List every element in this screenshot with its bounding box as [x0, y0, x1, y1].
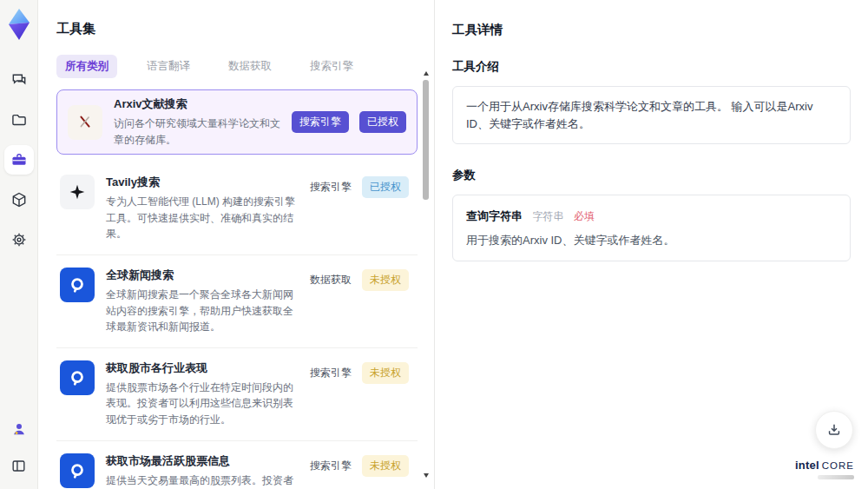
parameter-required-flag: 必填	[574, 210, 595, 222]
tab-translation[interactable]: 语言翻译	[138, 55, 199, 78]
intro-heading: 工具介绍	[452, 59, 851, 75]
parameter-header: 查询字符串 字符串 必填	[466, 208, 837, 224]
scrollbar-up-arrow[interactable]	[424, 71, 429, 76]
tool-name: 获取市场最活跃股票信息	[106, 453, 299, 469]
download-icon	[825, 421, 843, 439]
tool-card[interactable]: 获取股市各行业表现提供股票市场各个行业在特定时间段内的表现。投资者可以利用这些信…	[56, 348, 418, 441]
tool-category-badge: 数据获取	[310, 269, 352, 291]
tool-detail-panel: 工具详情 工具介绍 一个用于从Arxiv存储库搜索科学论文和文章的工具。 输入可…	[434, 0, 868, 489]
tool-card-body: 获取股市各行业表现提供股票市场各个行业在特定时间段内的表现。投资者可以利用这些信…	[106, 360, 299, 428]
tool-description: 提供当天交易量最高的股票列表。投资者可以利用这些信息来识别流动性强的股票和潜在的…	[106, 472, 299, 489]
tab-data-fetch[interactable]: 数据获取	[220, 55, 280, 78]
tool-badges: 搜索引擎未授权	[310, 453, 409, 477]
tool-description: 提供股票市场各个行业在特定时间段内的表现。投资者可以利用这些信息来识别表现优于或…	[106, 380, 299, 428]
tool-auth-badge: 已授权	[359, 111, 406, 133]
app-logo-icon[interactable]	[6, 8, 32, 41]
tool-auth-badge: 未授权	[362, 362, 409, 384]
tool-category-badge: 搜索引擎	[310, 455, 352, 477]
qblue-icon	[60, 453, 95, 488]
parameter-name: 查询字符串	[466, 209, 523, 222]
tool-card[interactable]: 获取市场最活跃股票信息提供当天交易量最高的股票列表。投资者可以利用这些信息来识别…	[56, 441, 418, 489]
parameter-description: 用于搜索的Arxiv ID、关键字或作者姓名。	[466, 233, 837, 248]
tool-card-body: 获取市场最活跃股票信息提供当天交易量最高的股票列表。投资者可以利用这些信息来识别…	[106, 453, 299, 489]
tools-panel: 工具集 所有类别 语言翻译 数据获取 搜索引擎 Arxiv文献搜索访问各个研究领…	[38, 0, 434, 489]
tool-badges: 数据获取未授权	[310, 268, 409, 291]
intel-core-logo: intelCORE	[795, 458, 854, 479]
tool-badges: 搜索引擎未授权	[310, 360, 409, 384]
tool-list: Arxiv文献搜索访问各个研究领域大量科学论文和文章的存储库。搜索引擎已授权Ta…	[56, 89, 418, 489]
parameter-type: 字符串	[532, 210, 563, 222]
tool-badges: 搜索引擎已授权	[292, 111, 406, 133]
packages-nav-button[interactable]	[4, 185, 34, 215]
tool-name: 全球新闻搜索	[106, 268, 299, 283]
tool-description: 专为人工智能代理 (LLM) 构建的搜索引擎工具。可快速提供实时、准确和真实的结…	[106, 194, 299, 242]
tab-search-engine[interactable]: 搜索引擎	[301, 55, 362, 78]
tool-description: 全球新闻搜索是一个聚合全球各大新闻网站内容的搜索引擎，帮助用户快速获取全球最新资…	[106, 287, 299, 335]
tavily-icon	[60, 175, 95, 209]
tool-auth-badge: 已授权	[362, 176, 409, 198]
tool-category-badge: 搜索引擎	[292, 111, 349, 133]
list-scrollbar[interactable]	[423, 71, 430, 478]
tool-description: 访问各个研究领域大量科学论文和文章的存储库。	[114, 116, 280, 148]
tool-card-body: Arxiv文献搜索访问各个研究领域大量科学论文和文章的存储库。	[114, 96, 280, 148]
cube-icon	[10, 191, 28, 208]
tool-name: Arxiv文献搜索	[114, 96, 280, 112]
qblue-icon	[60, 360, 95, 395]
chat-nav-button[interactable]	[4, 65, 34, 95]
user-profile-button[interactable]	[4, 414, 34, 444]
tool-card[interactable]: Arxiv文献搜索访问各个研究领域大量科学论文和文章的存储库。搜索引擎已授权	[56, 89, 418, 155]
tool-auth-badge: 未授权	[362, 269, 409, 291]
collapse-panel-button[interactable]	[4, 451, 34, 480]
category-tabs: 所有类别 语言翻译 数据获取 搜索引擎	[56, 55, 434, 78]
files-nav-button[interactable]	[4, 105, 34, 135]
tool-badges: 搜索引擎已授权	[310, 175, 409, 198]
page-title: 工具集	[56, 21, 434, 37]
tool-name: Tavily搜索	[106, 175, 299, 190]
download-button[interactable]	[815, 411, 853, 449]
tool-category-badge: 搜索引擎	[310, 176, 352, 198]
arxiv-icon	[68, 105, 102, 140]
sidebar-bottom	[0, 414, 37, 480]
tool-card[interactable]: Tavily搜索专为人工智能代理 (LLM) 构建的搜索引擎工具。可快速提供实时…	[56, 162, 418, 255]
tool-card[interactable]: 全球新闻搜索全球新闻搜索是一个聚合全球各大新闻网站内容的搜索引擎，帮助用户快速获…	[56, 255, 418, 348]
intel-wordmark: intel	[795, 459, 819, 472]
app-window: 工具集 所有类别 语言翻译 数据获取 搜索引擎 Arxiv文献搜索访问各个研究领…	[0, 0, 868, 489]
briefcase-icon	[10, 151, 28, 169]
tab-all-categories[interactable]: 所有类别	[56, 55, 117, 78]
qblue-icon	[60, 268, 95, 302]
detail-title: 工具详情	[452, 22, 851, 38]
params-heading: 参数	[452, 168, 851, 183]
tool-auth-badge: 未授权	[362, 455, 409, 477]
parameter-box: 查询字符串 字符串 必填 用于搜索的Arxiv ID、关键字或作者姓名。	[452, 195, 851, 261]
scrollbar-down-arrow[interactable]	[424, 473, 429, 478]
gear-icon	[10, 231, 28, 248]
tools-nav-button[interactable]	[4, 145, 34, 175]
folder-icon	[10, 111, 28, 129]
tool-card-body: 全球新闻搜索全球新闻搜索是一个聚合全球各大新闻网站内容的搜索引擎，帮助用户快速获…	[106, 268, 299, 335]
settings-nav-button[interactable]	[4, 225, 34, 254]
tool-intro-box: 一个用于从Arxiv存储库搜索科学论文和文章的工具。 输入可以是Arxiv ID…	[452, 86, 851, 144]
panel-layout-icon	[10, 458, 27, 474]
user-icon	[10, 420, 28, 438]
tool-name: 获取股市各行业表现	[106, 360, 299, 376]
chat-icon	[10, 71, 28, 89]
core-wordmark: CORE	[822, 460, 854, 471]
sidebar	[0, 0, 38, 489]
scrollbar-thumb[interactable]	[423, 80, 429, 200]
tool-card-body: Tavily搜索专为人工智能代理 (LLM) 构建的搜索引擎工具。可快速提供实时…	[106, 175, 299, 242]
sidebar-nav	[0, 65, 37, 254]
tool-category-badge: 搜索引擎	[310, 362, 352, 384]
intel-logo-bar	[818, 475, 854, 479]
